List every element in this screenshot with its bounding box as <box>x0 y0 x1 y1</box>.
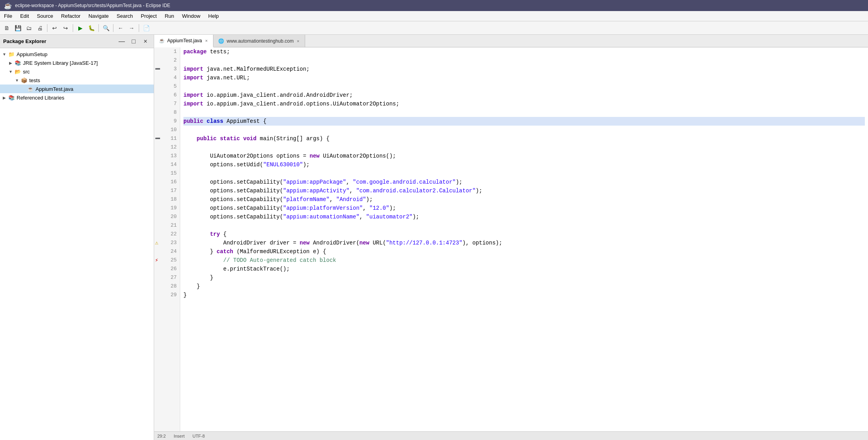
tab-icon-appiumtest-tab: ☕ <box>159 38 165 43</box>
marker-empty-12 <box>155 143 160 152</box>
menu-item-help[interactable]: Help <box>204 12 223 20</box>
code-line-5 <box>183 82 865 91</box>
tree-item-ref-libraries[interactable]: ▶📚Referenced Libraries <box>0 93 154 102</box>
fold-icon-11[interactable]: ➖ <box>155 134 160 143</box>
code-line-16: options.setCapability("appium:appPackage… <box>183 178 865 186</box>
sep2 <box>73 24 73 32</box>
tree-icon-tests: 📦 <box>21 77 28 84</box>
menu-item-project[interactable]: Project <box>137 12 160 20</box>
marker-empty-8 <box>155 108 160 117</box>
line-number-1: 1 <box>164 47 177 56</box>
sep5 <box>139 24 139 32</box>
insert-mode: Insert <box>174 434 185 438</box>
marker-empty-2 <box>155 56 160 65</box>
menu-item-search[interactable]: Search <box>113 12 137 20</box>
code-line-8 <box>183 108 865 117</box>
marker-empty-27 <box>155 273 160 282</box>
tab-close-appiumtest-tab[interactable]: × <box>204 38 208 44</box>
tree-label-ref-libraries: Referenced Libraries <box>17 95 64 101</box>
tab-icon-website-tab: 🌐 <box>218 38 224 44</box>
code-editor[interactable]: ➖ ➖ ⚠ ⚡ 12345678910111213141516171819202… <box>154 47 868 431</box>
code-line-19: options.setCapability("appium:platformVe… <box>183 204 865 212</box>
marker-empty-18 <box>155 195 160 204</box>
line-number-20: 20 <box>164 212 177 221</box>
tab-appiumtest-tab[interactable]: ☕AppiumTest.java× <box>154 35 213 47</box>
search-button[interactable]: 🔍 <box>101 23 111 33</box>
tree-item-appiumtest-java[interactable]: ☕AppiumTest.java <box>0 85 154 93</box>
menu-item-file[interactable]: File <box>0 12 16 20</box>
marker-empty-22 <box>155 230 160 239</box>
title-bar: ☕ eclipse-workspace - AppiumSetup/src/te… <box>0 0 868 11</box>
line-number-18: 18 <box>164 195 177 204</box>
menu-item-run[interactable]: Run <box>161 12 178 20</box>
line-number-14: 14 <box>164 160 177 169</box>
tab-label-website-tab: www.automationtestinghub.com <box>226 38 293 44</box>
undo-button[interactable]: ↩ <box>49 23 60 33</box>
line-number-16: 16 <box>164 178 177 186</box>
line-number-4: 4 <box>164 73 177 82</box>
save-button[interactable]: 💾 <box>13 23 23 33</box>
code-line-14: options.setUdid("ENUL630010"); <box>183 160 865 169</box>
new-button[interactable]: 🗎 <box>2 23 12 33</box>
tree-item-jre-library[interactable]: ▶📚JRE System Library [JavaSE-17] <box>0 58 154 67</box>
menu-item-edit[interactable]: Edit <box>16 12 33 20</box>
menu-item-window[interactable]: Window <box>178 12 204 20</box>
line-number-3: 3 <box>164 65 177 73</box>
code-line-7: import io.appium.java_client.android.opt… <box>183 100 865 108</box>
marker-empty-4 <box>155 73 160 82</box>
tab-close-website-tab[interactable]: × <box>296 38 300 44</box>
code-line-11: public static void main(String[] args) { <box>183 134 865 143</box>
sidebar-maximize-button[interactable]: □ <box>128 36 139 47</box>
marker-empty-20 <box>155 212 160 221</box>
code-line-2 <box>183 56 865 65</box>
menu-item-navigate[interactable]: Navigate <box>85 12 113 20</box>
sidebar-tree: ▼📁AppiumSetup▶📚JRE System Library [JavaS… <box>0 48 154 440</box>
line-number-11: 11 <box>164 134 177 143</box>
line-number-6: 6 <box>164 91 177 100</box>
tab-website-tab[interactable]: 🌐www.automationtestinghub.com× <box>213 35 305 47</box>
prev-edit-button[interactable]: ← <box>115 23 126 33</box>
encoding: UTF-8 <box>192 434 205 438</box>
debug-button[interactable]: 🐛 <box>86 23 96 33</box>
tree-arrow-src[interactable]: ▼ <box>8 69 13 74</box>
code-line-23: AndroidDriver driver = new AndroidDriver… <box>183 239 865 247</box>
tree-arrow-tests[interactable]: ▼ <box>14 77 20 83</box>
redo-button[interactable]: ↪ <box>60 23 71 33</box>
tree-arrow-ref-libraries[interactable]: ▶ <box>2 95 7 100</box>
code-line-4: import java.net.URL; <box>183 73 865 82</box>
sep1 <box>47 24 47 32</box>
code-line-17: options.setCapability("appium:appActivit… <box>183 186 865 195</box>
menu-item-refactor[interactable]: Refactor <box>57 12 85 20</box>
tree-icon-ref-libraries: 📚 <box>8 94 15 101</box>
line-number-8: 8 <box>164 108 177 117</box>
fold-icon-3[interactable]: ➖ <box>155 65 160 73</box>
sidebar-minimize-button[interactable]: — <box>117 36 127 47</box>
marker-empty-5 <box>155 82 160 91</box>
tree-item-src[interactable]: ▼📂src <box>0 67 154 76</box>
tree-label-jre-library: JRE System Library [JavaSE-17] <box>23 60 98 66</box>
code-line-22: try { <box>183 230 865 239</box>
tree-arrow-jre-library[interactable]: ▶ <box>8 60 13 66</box>
line-number-12: 12 <box>164 143 177 152</box>
tree-label-appium-setup: AppiumSetup <box>17 51 47 57</box>
tree-icon-appiumtest-java: ☕ <box>27 85 34 92</box>
code-line-18: options.setCapability("platformName", "A… <box>183 195 865 204</box>
run-button[interactable]: ▶ <box>75 23 85 33</box>
print-button[interactable]: 🖨 <box>35 23 45 33</box>
tree-label-src: src <box>23 69 30 75</box>
tree-item-tests[interactable]: ▼📦tests <box>0 76 154 85</box>
code-content[interactable]: package tests; import java.net.Malformed… <box>180 47 868 431</box>
line-number-17: 17 <box>164 186 177 195</box>
tree-icon-src: 📂 <box>14 68 21 75</box>
sidebar-close-button[interactable]: × <box>140 36 151 47</box>
next-edit-button[interactable]: → <box>126 23 137 33</box>
open-type-button[interactable]: 📄 <box>141 23 151 33</box>
menu-item-source[interactable]: Source <box>33 12 57 20</box>
save-all-button[interactable]: 🗂 <box>24 23 34 33</box>
line-markers: ➖ ➖ ⚠ ⚡ <box>154 47 161 431</box>
tab-label-appiumtest-tab: AppiumTest.java <box>167 38 202 43</box>
code-line-9: public class AppiumTest { <box>183 117 865 126</box>
tree-item-appium-setup[interactable]: ▼📁AppiumSetup <box>0 50 154 58</box>
tree-arrow-appium-setup[interactable]: ▼ <box>2 51 7 57</box>
tree-label-tests: tests <box>29 77 40 83</box>
